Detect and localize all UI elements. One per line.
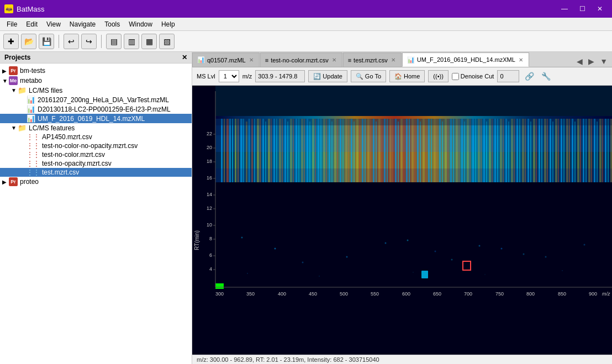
tab-um-mzxml[interactable]: 📊 UM_F_2016_0619_HDL_14.mzXML ✕ [402, 52, 529, 67]
badge-pr: Pr [9, 66, 18, 75]
tab-menu-btn[interactable]: ▼ [598, 56, 610, 67]
tab-no-color[interactable]: ≡ test-no-color.mzrt.csv ✕ [260, 52, 342, 67]
titlebar: 🦇 BatMass — ☐ ✕ [0, 0, 612, 18]
tree-item-file2[interactable]: 📊 D20130118-LC2-PP0001259-E6-I23-P.mzML [0, 104, 192, 114]
open-button[interactable]: 📂 [21, 34, 36, 49]
tree-item-feat4[interactable]: ⋮⋮ test-no-opacity.mzrt.csv [0, 159, 192, 168]
expand-icon: ▶ [2, 68, 8, 74]
mz-range-input[interactable] [255, 70, 305, 82]
svg-text:6: 6 [209, 252, 212, 258]
wireless-icon: ((•)) [433, 73, 444, 80]
menubar: File Edit View Navigate Tools Window Hel… [0, 18, 612, 31]
tree-item-proteo[interactable]: ▶ Pr proteo [0, 177, 192, 187]
redo-button[interactable]: ↪ [81, 34, 97, 49]
tree-item-bm-tests[interactable]: ▶ Pr bm-tests [0, 66, 192, 76]
tree-item-feat5[interactable]: ⋮⋮ test.mzrt.csv [0, 168, 192, 177]
home-button[interactable]: 🏠 Home [389, 70, 425, 82]
ms-level-select[interactable]: 1 2 3 [219, 70, 239, 82]
undo-button[interactable]: ↩ [64, 34, 79, 49]
spectrum-svg: RT(min) 22 20 18 16 14 12 10 8 6 4 [192, 86, 612, 355]
svg-rect-167 [215, 125, 612, 135]
svg-point-204 [319, 276, 320, 277]
tab-test-mzrt[interactable]: ≡ test.mzrt.csv ✕ [343, 52, 402, 67]
svg-text:850: 850 [558, 291, 566, 297]
tab-label: test-no-color.mzrt.csv [271, 57, 329, 64]
tree-item-file1[interactable]: 📊 20161207_200ng_HeLa_DIA_VarTest.mzML [0, 95, 192, 104]
tab-prev-btn[interactable]: ◀ [574, 56, 585, 67]
projects-title: Projects [4, 54, 30, 61]
tab-next-btn[interactable]: ▶ [586, 56, 597, 67]
tab-icon: 📊 [197, 56, 205, 64]
badge-pr: Pr [9, 177, 18, 186]
denoise-checkbox[interactable]: Denoise Cut [452, 73, 494, 80]
menu-navigate[interactable]: Navigate [65, 19, 100, 29]
menu-tools[interactable]: Tools [100, 19, 124, 29]
expand-icon: ▼ [11, 125, 17, 131]
maximize-button[interactable]: ☐ [574, 3, 590, 15]
goto-button[interactable]: 🔍 Go To [351, 70, 386, 82]
lines-icon: ⋮⋮ [27, 151, 40, 159]
tab-navigation: ◀ ▶ ▼ [572, 56, 612, 67]
menu-window[interactable]: Window [124, 19, 157, 29]
tab-q01507[interactable]: 📊 q01507.mzML ✕ [192, 52, 260, 67]
tree-item-feat2[interactable]: ⋮⋮ test-no-color-no-opacity.mzrt.csv [0, 141, 192, 150]
svg-text:600: 600 [402, 291, 410, 297]
layout2-button[interactable]: ▥ [124, 34, 139, 49]
tree-item-lcms-features[interactable]: ▼ 📁 LC/MS features [0, 123, 192, 133]
home-icon: 🏠 [394, 73, 402, 80]
wireless-button[interactable]: ((•)) [428, 70, 449, 82]
minimize-button[interactable]: — [557, 3, 572, 15]
tab-close-btn[interactable]: ✕ [518, 57, 524, 63]
svg-text:450: 450 [309, 291, 317, 297]
svg-text:18: 18 [207, 159, 212, 164]
layout4-button[interactable]: ▧ [159, 34, 175, 49]
menu-file[interactable]: File [2, 19, 22, 29]
save-button[interactable]: 💾 [39, 34, 54, 49]
svg-text:800: 800 [526, 291, 535, 297]
status-bar: m/z: 300.00 - 962.89, RT: 2.01 - 23.19m,… [192, 355, 612, 364]
tree-item-metabo[interactable]: ▼ Me metabo [0, 76, 192, 86]
tree-label: bm-tests [20, 67, 45, 75]
layout1-button[interactable]: ▤ [106, 34, 122, 49]
menu-edit[interactable]: Edit [22, 19, 42, 29]
close-button[interactable]: ✕ [592, 3, 608, 15]
projects-close-btn[interactable]: ✕ [182, 54, 187, 61]
tree-item-file3[interactable]: 📊 UM_F_2016_0619_HDL_14.mzXML [0, 114, 192, 123]
tab-bar: 📊 q01507.mzML ✕ ≡ test-no-color.mzrt.csv… [192, 52, 612, 67]
svg-point-190 [275, 248, 276, 250]
projects-panel: Projects ✕ ▶ Pr bm-tests ▼ Me metabo ▼ 📁 [0, 52, 192, 364]
tab-close-btn[interactable]: ✕ [390, 57, 397, 63]
tree-label: UM_F_2016_0619_HDL_14.mzXML [38, 115, 145, 123]
link-button[interactable]: 🔗 [523, 70, 536, 83]
svg-text:16: 16 [207, 175, 212, 181]
svg-point-195 [523, 254, 525, 255]
layout3-button[interactable]: ▦ [141, 34, 157, 49]
tree-item-lcms-files[interactable]: ▼ 📁 LC/MS files [0, 86, 192, 95]
svg-point-202 [584, 244, 585, 246]
expand-icon: ▼ [2, 78, 8, 84]
update-button[interactable]: 🔄 Update [308, 70, 347, 82]
tree-label: test-no-color-no-opacity.mzrt.csv [42, 142, 138, 150]
bar-chart-icon: 📊 [27, 114, 35, 123]
new-button[interactable]: ✚ [3, 34, 19, 49]
tab-close-btn[interactable]: ✕ [248, 57, 255, 63]
svg-text:700: 700 [464, 291, 472, 297]
menu-view[interactable]: View [42, 19, 65, 29]
tab-close-btn[interactable]: ✕ [331, 57, 337, 63]
spectrum-view[interactable]: RT(min) 22 20 18 16 14 12 10 8 6 4 [192, 86, 612, 355]
svg-rect-170 [215, 168, 612, 182]
denoise-checkbox-input[interactable] [452, 73, 459, 80]
tree-item-feat1[interactable]: ⋮⋮ AP1450.mzrt.csv [0, 133, 192, 141]
svg-point-196 [302, 262, 304, 263]
menu-help[interactable]: Help [157, 19, 180, 29]
refresh-icon: 🔄 [313, 73, 321, 80]
svg-point-193 [435, 251, 436, 252]
tools-button[interactable]: 🔧 [539, 70, 552, 83]
bar-chart-icon: 📊 [27, 96, 35, 104]
tree-item-feat3[interactable]: ⋮⋮ test-no-color.mzrt.csv [0, 150, 192, 159]
lines-icon: ⋮⋮ [27, 160, 40, 167]
denoise-value-input[interactable] [497, 70, 519, 82]
badge-me: Me [9, 76, 18, 85]
toolbar-separator-1 [59, 35, 59, 48]
mz-label: m/z [242, 73, 252, 80]
